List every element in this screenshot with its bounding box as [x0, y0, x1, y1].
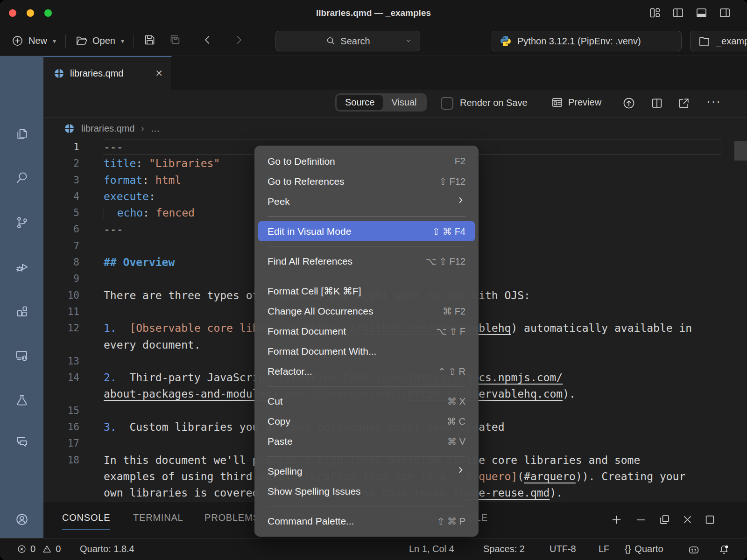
panel-new-icon[interactable]	[610, 513, 623, 526]
testing-beaker-icon[interactable]	[15, 393, 29, 407]
menu-separator	[268, 456, 465, 456]
save-button[interactable]	[143, 34, 156, 48]
preview-button[interactable]: Preview	[551, 96, 601, 109]
remote-explorer-icon[interactable]	[15, 349, 29, 363]
quarto-file-icon	[54, 68, 64, 79]
encoding-status[interactable]: UTF-8	[550, 544, 576, 554]
source-control-icon[interactable]	[15, 216, 29, 230]
editor-action-bar: Source Visual Render on Save Preview ···	[43, 90, 747, 118]
menu-separator	[268, 386, 465, 386]
line-number: 1	[43, 139, 79, 155]
comments-icon[interactable]	[15, 434, 29, 448]
line-number: 12	[43, 320, 79, 336]
menu-item-refactor[interactable]: Refactor...⌃ ⇧ R	[254, 361, 479, 381]
publish-icon[interactable]	[622, 97, 635, 110]
navigate-back-button[interactable]	[201, 34, 214, 48]
breadcrumb-ellipsis[interactable]: …	[150, 123, 160, 134]
chevron-right-icon	[233, 34, 245, 46]
source-visual-toggle: Source Visual	[335, 93, 427, 112]
open-in-new-window-icon[interactable]	[677, 97, 691, 110]
panel-restore-icon[interactable]	[658, 513, 671, 526]
main-toolbar: New ▾ Open ▾ Search Python 3.12.1 (PipEn…	[0, 26, 747, 56]
warning-icon	[42, 544, 52, 554]
cursor-position-status[interactable]: Ln 1, Col 4	[409, 544, 454, 554]
language-mode-status[interactable]: {} Quarto	[625, 544, 663, 554]
toggle-primary-sidebar-icon[interactable]	[672, 7, 684, 21]
menu-item-format-document-with[interactable]: Format Document With...	[254, 341, 479, 361]
search-sidebar-icon[interactable]	[15, 171, 29, 185]
menu-item-command-palette[interactable]: Command Palette...⇧ ⌘ P	[254, 511, 479, 531]
render-on-save-checkbox[interactable]	[441, 97, 453, 110]
line-number: 4	[43, 189, 79, 205]
panel-tab-terminal[interactable]: TERMINAL	[133, 512, 183, 529]
run-debug-icon[interactable]	[15, 260, 29, 274]
editor-scrollbar[interactable]	[734, 141, 747, 161]
menu-item-find-all-references[interactable]: Find All References⌥ ⇧ F12	[254, 251, 479, 271]
visual-mode-button[interactable]: Visual	[383, 95, 425, 110]
minimize-window-button[interactable]	[27, 9, 34, 17]
menu-item-peek[interactable]: Peek	[254, 191, 479, 211]
eol-status[interactable]: LF	[599, 544, 609, 554]
chevron-left-icon	[201, 34, 214, 46]
save-all-button[interactable]	[169, 34, 182, 48]
project-button[interactable]: _examples	[690, 31, 747, 51]
indentation-status[interactable]: Spaces: 2	[483, 544, 525, 554]
preview-icon	[551, 96, 564, 109]
editor-tab-bar: libraries.qmd ✕	[43, 56, 747, 90]
zoom-window-button[interactable]	[44, 9, 52, 17]
menu-item-copy[interactable]: Copy⌘ C	[254, 411, 479, 431]
menu-item-cut[interactable]: Cut⌘ X	[254, 391, 479, 411]
toggle-secondary-sidebar-icon[interactable]	[719, 7, 731, 21]
menu-item-format-document[interactable]: Format Document⌥ ⇧ F	[254, 321, 479, 341]
open-button[interactable]: Open ▾	[75, 35, 124, 47]
new-button[interactable]: New ▾	[11, 35, 56, 47]
panel-close-icon[interactable]	[681, 513, 694, 526]
titlebar: libraries.qmd — _examples	[0, 0, 747, 26]
panel-maximize-icon[interactable]	[704, 513, 716, 526]
menu-item-spelling[interactable]: Spelling	[254, 461, 479, 481]
toggle-panel-icon[interactable]	[695, 7, 708, 21]
panel-tab-console[interactable]: CONSOLE	[62, 512, 110, 530]
customize-layout-icon[interactable]	[648, 7, 661, 21]
breadcrumb[interactable]: libraries.qmd › …	[43, 118, 747, 139]
menu-item-go-to-references[interactable]: Go to References⇧ F12	[254, 171, 479, 191]
source-mode-button[interactable]: Source	[337, 95, 383, 110]
line-number: 15	[43, 403, 79, 419]
extensions-icon[interactable]	[15, 304, 29, 318]
app-window: libraries.qmd — _examples New ▾ Open ▾ S…	[0, 0, 747, 560]
more-actions-icon[interactable]: ···	[706, 94, 721, 109]
breadcrumb-file[interactable]: libraries.qmd	[81, 123, 134, 134]
render-on-save-label: Render on Save	[460, 98, 528, 108]
tab-libraries-qmd[interactable]: libraries.qmd ✕	[43, 56, 172, 90]
menu-item-edit-in-visual-mode[interactable]: Edit in Visual Mode⇧ ⌘ F4	[258, 221, 475, 241]
close-window-button[interactable]	[9, 9, 16, 17]
divider	[65, 35, 66, 48]
copilot-status[interactable]	[688, 544, 700, 556]
search-input[interactable]: Search	[275, 31, 420, 51]
copilot-icon	[688, 544, 700, 556]
close-tab-icon[interactable]: ✕	[155, 68, 163, 79]
line-number: 10	[43, 287, 79, 304]
warning-count: 0	[56, 544, 61, 554]
chevron-down-icon[interactable]	[405, 36, 412, 47]
panel-tab-problems[interactable]: PROBLEMS	[204, 512, 260, 529]
menu-item-paste[interactable]: Paste⌘ V	[254, 431, 479, 451]
account-icon[interactable]	[15, 512, 29, 526]
menu-item-change-all-occurrences[interactable]: Change All Occurrences⌘ F2	[254, 301, 479, 321]
menu-item-show-spelling-issues[interactable]: Show Spelling Issues	[254, 481, 479, 501]
preview-label: Preview	[568, 97, 601, 108]
quarto-version-status[interactable]: Quarto: 1.8.4	[80, 544, 134, 554]
menu-item-format-cell-k-f[interactable]: Format Cell [⌘K ⌘F]	[254, 281, 479, 301]
bell-icon	[718, 544, 730, 555]
problems-status[interactable]: 0 0	[17, 544, 61, 554]
navigate-forward-button[interactable]	[233, 34, 245, 48]
notifications-status[interactable]	[718, 544, 730, 555]
interpreter-selector[interactable]: Python 3.12.1 (PipEnv: .venv)	[492, 31, 682, 51]
folder-open-icon	[75, 35, 88, 47]
panel-minimize-icon[interactable]	[634, 513, 647, 526]
menu-item-go-to-definition[interactable]: Go to DefinitionF2	[254, 151, 479, 171]
split-editor-icon[interactable]	[650, 97, 663, 110]
line-number: 2	[43, 155, 79, 172]
explorer-icon[interactable]	[15, 127, 29, 141]
tab-label: libraries.qmd	[70, 68, 149, 79]
